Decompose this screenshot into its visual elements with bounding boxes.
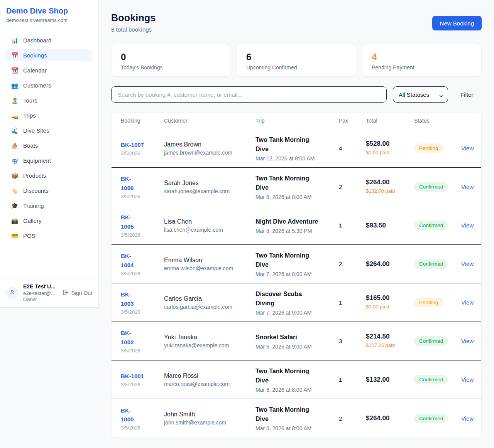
trip-datetime: Mar 7, 2026 at 8:00 AM	[255, 271, 339, 277]
new-booking-button[interactable]: New Booking	[432, 16, 482, 30]
sidebar-user-footer: E2E Test U... e2e-tester@... Owner Sign …	[0, 278, 98, 307]
brand-name: Demo Dive Shop	[6, 7, 92, 15]
page-subtitle: 8 total bookings	[111, 26, 156, 33]
sidebar-item-dashboard[interactable]: 📊 Dashboard	[6, 34, 92, 46]
trip-datetime: Mar 6, 2026 at 8:00 AM	[255, 387, 339, 393]
filter-row: All Statuses Filter	[111, 86, 482, 103]
sidebar-item-discounts[interactable]: 🏷️ Discounts	[6, 185, 92, 197]
booking-id-link[interactable]: BK-1004	[121, 251, 164, 269]
stat-label: Upcoming Confirmed	[246, 64, 347, 71]
sidebar-item-boats[interactable]: ⛵ Boats	[6, 140, 92, 152]
sidebar-item-bookings[interactable]: 📅 Bookings	[6, 49, 92, 61]
stat-value: 4	[372, 52, 472, 62]
trip-datetime: Mar 6, 2026 at 9:00 AM	[255, 344, 339, 350]
booking-id-link[interactable]: BK-1005	[121, 213, 164, 231]
status-select-wrap: All Statuses	[393, 86, 448, 103]
view-link[interactable]: View	[461, 415, 475, 422]
total-amount: $214.50	[366, 333, 414, 340]
column-header-customer: Customer	[164, 118, 255, 124]
person-icon	[9, 289, 15, 297]
sidebar-item-equipment[interactable]: 🤿 Equipment	[6, 155, 92, 167]
customer-name: Lisa Chen	[164, 218, 255, 225]
booking-date: 3/5/2026	[121, 425, 164, 431]
camera-icon: 📸	[11, 218, 19, 224]
customer-name: James Brown	[164, 141, 255, 148]
sidebar-item-customers[interactable]: 👥 Customers	[6, 79, 92, 91]
filter-button[interactable]: Filter	[460, 91, 473, 98]
diving-mask-icon: 🤿	[11, 158, 19, 163]
search-input[interactable]	[111, 86, 387, 103]
bookings-table: Booking Customer Trip Pax Total Status B…	[111, 112, 482, 438]
sidebar-item-tours[interactable]: 🏝️ Tours	[6, 94, 92, 106]
view-link[interactable]: View	[461, 261, 475, 267]
booking-id-link[interactable]: BK-1000	[121, 406, 164, 424]
bookings-table-body: BK-1007 3/5/2026 James Brown james.brown…	[112, 129, 481, 438]
status-filter-select[interactable]: All Statuses	[393, 86, 448, 103]
pax-count: 2	[339, 184, 366, 190]
island-icon: 🏝️	[11, 98, 19, 103]
customer-email: carlos.garcia@example.com	[164, 304, 255, 310]
sidebar-item-trips[interactable]: 🚤 Trips	[6, 109, 92, 121]
customer-name: John Smith	[164, 411, 255, 418]
booking-id-link[interactable]: BK-1003	[121, 290, 164, 308]
trip-name: Discover ScubaDiving	[255, 290, 339, 308]
package-icon: 📦	[11, 173, 19, 179]
sidebar-item-products[interactable]: 📦 Products	[6, 170, 92, 182]
view-link[interactable]: View	[461, 376, 475, 383]
sidebar-item-calendar[interactable]: 📆 Calendar	[6, 64, 92, 76]
view-link[interactable]: View	[461, 222, 475, 229]
sidebar-item-pos[interactable]: 💳 POS	[6, 230, 92, 242]
credit-card-icon: 💳	[11, 233, 19, 239]
paid-amount: $0.00 paid	[366, 303, 397, 311]
column-header-total: Total	[366, 118, 414, 124]
sidebar-nav: 📊 Dashboard 📅 Bookings 📆 Calendar 👥 Cust…	[0, 29, 98, 250]
status-badge: Pending	[414, 298, 443, 307]
trip-datetime: Mar 12, 2026 at 8:00 AM	[255, 155, 339, 162]
customer-email: marco.rossi@example.com	[164, 381, 255, 387]
trip-name: Night Dive Adventure	[255, 217, 339, 226]
stat-value: 6	[246, 52, 347, 62]
stats-cards: 0 Today's Bookings 6 Upcoming Confirmed …	[111, 44, 482, 77]
stat-label: Pending Payment	[372, 64, 472, 71]
booking-date: 3/5/2026	[121, 232, 164, 238]
tear-calendar-icon: 📆	[11, 67, 19, 73]
booking-date: 3/5/2026	[121, 194, 164, 199]
sidebar-item-training[interactable]: 🎓 Training	[6, 200, 92, 212]
sidebar-item-gallery[interactable]: 📸 Gallery	[6, 215, 92, 227]
booking-date: 3/5/2026	[121, 309, 164, 315]
total-amount: $264.00	[366, 179, 414, 186]
view-link[interactable]: View	[461, 145, 475, 152]
booking-id-link[interactable]: BK-1002	[121, 328, 164, 347]
view-link[interactable]: View	[461, 184, 475, 190]
booking-id-link[interactable]: BK-1007	[121, 140, 164, 149]
page-header: Bookings 8 total bookings New Booking	[111, 12, 482, 33]
booking-id-link[interactable]: BK-1001	[121, 372, 164, 381]
view-link[interactable]: View	[461, 338, 475, 344]
total-amount: $528.00	[366, 140, 414, 148]
customer-email: yuki.tanaka@example.com	[164, 342, 255, 349]
column-header-booking: Booking	[121, 118, 164, 124]
pax-count: 2	[339, 415, 366, 422]
avatar	[6, 287, 19, 299]
customer-name: Sarah Jones	[164, 180, 255, 187]
sidebar-item-dive-sites[interactable]: 🌊 Dive Sites	[6, 125, 92, 136]
column-header-trip: Trip	[255, 118, 339, 124]
trip-name: Two Tank MorningDive	[255, 251, 339, 269]
table-row: BK-1003 3/5/2026 Carlos Garcia carlos.ga…	[112, 283, 481, 322]
table-row: BK-1005 3/5/2026 Lisa Chen lisa.chen@exa…	[112, 206, 481, 245]
stat-value: 0	[121, 52, 221, 62]
calendar-icon: 📅	[11, 52, 19, 58]
bar-chart-icon: 📊	[11, 37, 19, 43]
customer-name: Marco Rossi	[164, 372, 255, 379]
customer-name: Carlos Garcia	[164, 295, 255, 302]
view-link[interactable]: View	[461, 299, 475, 306]
sign-out-button[interactable]: Sign Out	[62, 289, 92, 297]
booking-id-link[interactable]: BK-1006	[121, 174, 164, 192]
sign-out-label: Sign Out	[71, 290, 92, 296]
wave-icon: 🌊	[11, 128, 19, 133]
stat-card: 4 Pending Payment	[362, 44, 482, 77]
paid-amount: $132.00 paid	[366, 188, 397, 195]
status-badge: Confirmed	[414, 375, 448, 384]
graduation-cap-icon: 🎓	[11, 203, 19, 209]
user-name: E2E Test U...	[23, 283, 62, 290]
